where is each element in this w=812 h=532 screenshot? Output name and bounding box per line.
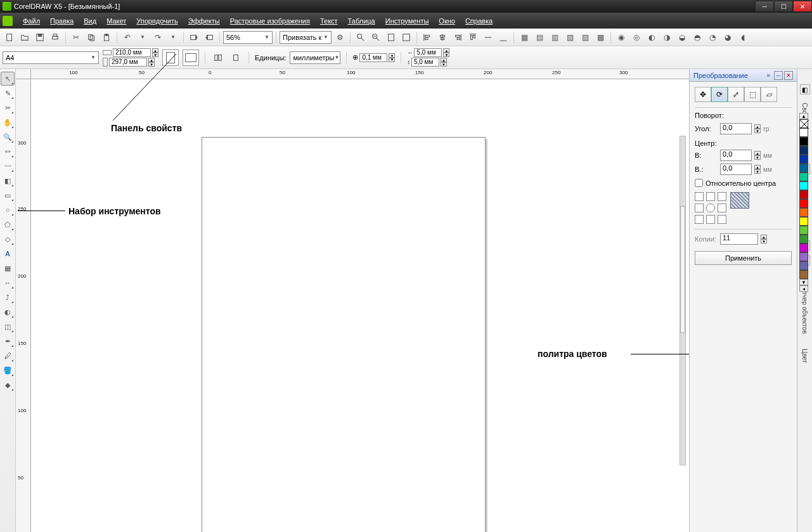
vertical-scrollbar[interactable] xyxy=(680,136,686,465)
distribute-5-button[interactable]: ▨ xyxy=(578,30,592,44)
spin-up[interactable]: ▲ xyxy=(148,58,155,62)
expand-icon[interactable]: » xyxy=(766,72,770,79)
ruler-vertical[interactable]: 300 250 200 150 100 50 xyxy=(16,79,31,532)
align-top-button[interactable] xyxy=(466,30,480,44)
palette-scroll-down[interactable]: ▼ xyxy=(799,279,808,285)
freehand-tool[interactable]: ✏ xyxy=(1,145,15,159)
interactive-fill-tool[interactable]: ◆ xyxy=(1,378,15,392)
anchor-mc[interactable] xyxy=(706,204,715,212)
distribute-2-button[interactable]: ▤ xyxy=(532,30,546,44)
save-button[interactable] xyxy=(33,30,47,44)
cut-button[interactable]: ✂ xyxy=(69,30,83,44)
all-pages-button[interactable] xyxy=(211,51,225,65)
anchor-tc[interactable] xyxy=(706,192,715,201)
rectangle-tool[interactable]: ▭ xyxy=(1,188,15,202)
crop-tool[interactable]: ✂ xyxy=(1,101,15,115)
align-left-button[interactable] xyxy=(420,30,434,44)
eyedropper-tool[interactable]: ✒ xyxy=(1,334,15,348)
anchor-bc[interactable] xyxy=(706,215,715,224)
landscape-button[interactable] xyxy=(183,49,199,66)
spin-up[interactable]: ▲ xyxy=(754,124,761,129)
align-center-v-button[interactable] xyxy=(481,30,495,44)
color-swatch[interactable] xyxy=(799,243,808,252)
ellipse-tool[interactable]: ○ xyxy=(1,203,15,217)
docker-titlebar[interactable]: Преобразование » ─ ✕ xyxy=(690,69,797,82)
anchor-bl[interactable] xyxy=(695,215,704,224)
color-swatch[interactable] xyxy=(799,270,808,279)
zoom-out-button[interactable] xyxy=(369,30,383,44)
page-width-input[interactable]: 210,0 мм xyxy=(113,48,151,57)
color-swatch[interactable] xyxy=(799,137,808,146)
menu-help[interactable]: Справка xyxy=(460,15,498,27)
spin-down[interactable]: ▼ xyxy=(443,53,449,57)
zoom-in-button[interactable] xyxy=(354,30,368,44)
dup-x-input[interactable]: 5,0 мм xyxy=(414,48,442,57)
menu-file[interactable]: Файл xyxy=(18,15,45,27)
menu-bitmaps[interactable]: Растровые изображения xyxy=(225,15,315,27)
portrait-button[interactable] xyxy=(162,49,179,66)
transparency-tool[interactable]: ◫ xyxy=(1,320,15,334)
boundary-button[interactable]: ◔ xyxy=(706,30,719,44)
pan-tool[interactable]: 🔍 xyxy=(1,130,15,144)
anchor-br[interactable] xyxy=(718,215,726,224)
spin-down[interactable]: ▼ xyxy=(754,129,761,133)
basic-shapes-tool[interactable]: ◇ xyxy=(1,232,15,246)
palette-flyout[interactable]: ◂ xyxy=(799,285,808,292)
front-minus-back-button[interactable]: ◒ xyxy=(675,30,689,44)
dup-y-input[interactable]: 5,0 мм xyxy=(411,58,439,67)
zoom-select[interactable]: 56% ▼ xyxy=(223,31,273,44)
position-tab[interactable]: ✥ xyxy=(695,87,711,102)
snap-select[interactable]: Привязать к ▼ xyxy=(280,31,332,44)
color-swatch[interactable] xyxy=(799,164,808,172)
rotate-tab[interactable]: ⟳ xyxy=(711,87,728,102)
align-right-button[interactable] xyxy=(451,30,465,44)
weld-button[interactable]: ◉ xyxy=(614,30,628,44)
spin-up[interactable]: ▲ xyxy=(389,53,395,58)
ruler-origin[interactable] xyxy=(16,69,31,79)
polygon-tool[interactable]: ⬠ xyxy=(1,217,15,231)
pick-tool[interactable]: ↖ xyxy=(1,72,15,86)
spin-up[interactable]: ▲ xyxy=(443,48,449,53)
spin-up[interactable]: ▲ xyxy=(754,151,761,155)
color-tab[interactable]: Цвет xyxy=(799,343,810,368)
anchor-mr[interactable] xyxy=(718,204,726,212)
menu-window[interactable]: Окно xyxy=(434,15,460,27)
import-button[interactable] xyxy=(187,30,201,44)
menu-arrange[interactable]: Упорядочить xyxy=(131,15,183,27)
skew-tab[interactable]: ▱ xyxy=(761,87,777,102)
spin-down[interactable]: ▼ xyxy=(389,58,395,62)
relative-checkbox[interactable] xyxy=(695,179,703,187)
page-height-input[interactable]: 297,0 мм xyxy=(109,58,147,67)
copy-button[interactable] xyxy=(84,30,98,44)
nudge-input[interactable]: 0,1 мм xyxy=(359,53,387,62)
new-button[interactable] xyxy=(3,30,16,44)
color-swatch[interactable] xyxy=(799,252,808,261)
anchor-tl[interactable] xyxy=(695,192,704,201)
open-button[interactable] xyxy=(18,30,32,44)
spin-down[interactable]: ▼ xyxy=(761,239,767,243)
color-swatch[interactable] xyxy=(799,208,808,217)
menu-table[interactable]: Таблица xyxy=(343,15,380,27)
menu-edit[interactable]: Правка xyxy=(45,15,79,27)
align-bottom-button[interactable] xyxy=(496,30,510,44)
outline-tool[interactable]: 🖊 xyxy=(1,349,15,363)
spin-down[interactable]: ▼ xyxy=(152,53,158,57)
menu-layout[interactable]: Макет xyxy=(101,15,131,27)
spin-up[interactable]: ▲ xyxy=(754,165,761,169)
color-swatch[interactable] xyxy=(799,128,808,137)
apply-button[interactable]: Применить xyxy=(695,251,792,265)
extra-1-button[interactable]: ◕ xyxy=(721,30,735,44)
center-v-input[interactable]: 0,0 xyxy=(720,164,752,175)
menu-text[interactable]: Текст xyxy=(315,15,343,27)
zoom-page-button[interactable] xyxy=(384,30,398,44)
spin-down[interactable]: ▼ xyxy=(441,62,447,67)
color-swatch[interactable] xyxy=(799,146,808,155)
app-menu-icon[interactable] xyxy=(3,16,13,26)
distribute-3-button[interactable]: ▥ xyxy=(548,30,562,44)
spin-up[interactable]: ▲ xyxy=(152,48,158,53)
color-swatch[interactable] xyxy=(799,217,808,226)
smart-fill-tool[interactable]: ◧ xyxy=(1,174,15,188)
export-button[interactable] xyxy=(202,30,216,44)
color-swatch[interactable] xyxy=(799,190,808,199)
docker-collapse-button[interactable]: ─ xyxy=(774,71,783,80)
